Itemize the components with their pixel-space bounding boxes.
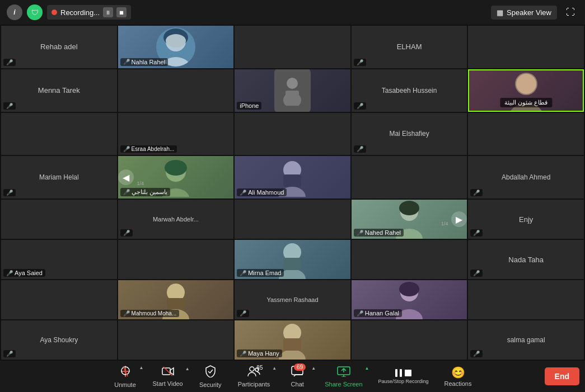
participant-name: Menna Tarek: [38, 86, 80, 95]
mic-off-icon: 🎤: [6, 103, 13, 109]
cell-name-hanan: 🎤 Hanan Galal: [354, 309, 402, 317]
cell-name-aya-saied: 🎤 Aya Saied: [3, 269, 45, 277]
video-cell-empty-39: [352, 320, 467, 360]
chat-badge: 69: [294, 363, 306, 371]
svg-point-12: [165, 160, 187, 176]
iphone-placeholder: [274, 69, 311, 112]
arabic-text-overlay: قطاع شئون البيئة: [500, 98, 552, 107]
video-caret[interactable]: ▲: [185, 366, 190, 371]
svg-rect-24: [167, 298, 185, 309]
stop-icon: [404, 369, 412, 377]
recording-indicator[interactable]: Recording... ⏸ ⏹: [47, 5, 131, 20]
participant-name: Mariam Helal: [39, 173, 79, 181]
mic-off-icon: 🎤: [6, 270, 13, 276]
video-cell-yassmen: Yassmen Rashaad 🎤: [235, 280, 350, 319]
video-cell-empty-23: [235, 200, 350, 239]
mic-off-icon: 🎤: [123, 230, 130, 236]
video-cell-empty-3: [235, 26, 350, 68]
person-icon: [281, 75, 303, 106]
mic-off-icon: 🎤: [240, 351, 246, 357]
top-bar-left: i 🛡 Recording... ⏸ ⏹: [7, 4, 485, 20]
fullscreen-btn[interactable]: ⛶: [563, 4, 578, 20]
cell-name-label: 🎤: [3, 59, 16, 66]
participant-name: Rehab adel: [40, 42, 78, 51]
stop-recording-btn[interactable]: ⏹: [116, 7, 127, 17]
speaker-view-icon: ▦: [497, 8, 503, 17]
video-cell-empty-37: [118, 320, 234, 360]
chat-caret[interactable]: ▲: [311, 366, 316, 371]
video-cell-empty-19: [352, 156, 467, 199]
video-cell-maya: 🎤 Maya Hany: [235, 320, 350, 360]
svg-point-9: [516, 74, 536, 94]
unmute-label: Unmute: [114, 381, 136, 388]
mic-off-icon: 🎤: [123, 310, 130, 317]
cell-name-elham: 🎤: [354, 59, 366, 66]
chat-label: Chat: [291, 381, 304, 388]
screen-share-icon: [337, 366, 350, 377]
participant-name: Enjy: [519, 215, 533, 224]
video-cell-empty-35: [468, 280, 584, 319]
nav-prev-btn[interactable]: ◀: [118, 169, 134, 185]
bottom-toolbar: Unmute ▲ Start Video ▲ Security: [0, 361, 585, 392]
shield-icon[interactable]: 🛡: [27, 4, 43, 20]
video-cell-mai: Mai Elshafiey 🎤: [352, 113, 467, 155]
pause-recording-btn[interactable]: ⏸: [103, 7, 113, 17]
svg-point-29: [279, 350, 306, 360]
participant-name: Yassmen Rashaad: [266, 296, 318, 303]
video-cell-nahed: 1/4 ▶ 🎤 Nahed Rahel: [352, 200, 467, 239]
video-cell-marwah: Marwah Abdelr... 🎤: [118, 200, 234, 239]
security-label: Security: [199, 381, 222, 388]
participants-btn[interactable]: 85 Participants ▲: [230, 363, 278, 390]
share-caret[interactable]: ▲: [365, 366, 369, 371]
video-cell-iphone: iPhone: [235, 69, 350, 112]
info-icon[interactable]: i: [7, 4, 22, 20]
video-cell-aya-shoukry: Aya Shoukry 🎤: [1, 320, 117, 360]
chat-btn[interactable]: 69 Chat ▲: [278, 363, 317, 390]
mic-off-icon: 🎤: [473, 230, 480, 236]
security-btn[interactable]: Security: [191, 363, 230, 390]
speaker-view-btn[interactable]: ▦ Speaker View: [491, 6, 557, 20]
share-screen-btn[interactable]: Share Screen ▲: [317, 363, 370, 390]
participant-name: Marwah Abdelr...: [153, 216, 199, 223]
nav-next-btn[interactable]: ▶: [451, 211, 467, 227]
cell-name-marwah: 🎤: [120, 229, 133, 237]
participants-caret[interactable]: ▲: [272, 366, 277, 371]
svg-point-3: [166, 34, 186, 48]
cell-name-mahmoud: 🎤 Mahmoud Moha...: [120, 310, 180, 317]
participants-label: Participants: [238, 381, 270, 388]
mic-off-icon: 🎤: [357, 146, 363, 152]
cell-name-mirna: 🎤 Mirna Emad: [237, 269, 284, 277]
video-cell-esraa: 🎤 Esraa Abdelrah...: [118, 113, 234, 155]
end-meeting-btn[interactable]: End: [545, 367, 579, 385]
cell-name-yassmen: 🎤: [237, 310, 249, 317]
name-text: Mirna Emad: [248, 270, 281, 276]
svg-rect-35: [162, 368, 170, 375]
start-video-btn[interactable]: Start Video ▲: [145, 364, 191, 389]
cell-name-enjy: 🎤: [470, 229, 483, 237]
mic-off-icon: 🎤: [240, 270, 246, 276]
svg-point-4: [287, 78, 298, 89]
video-cell-ali: 🎤 Ali Mahmoud: [235, 156, 350, 199]
mic-off-icon: 🎤: [357, 230, 363, 236]
recording-label: Recording...: [60, 8, 100, 17]
pause-recording-btn[interactable]: Pause/Stop Recording: [371, 366, 437, 386]
mic-off-icon: 🎤: [6, 59, 13, 65]
cell-name-mariam: 🎤: [3, 189, 16, 196]
reactions-btn[interactable]: 😊 Reactions: [437, 363, 480, 389]
emoji-icon: 😊: [451, 366, 465, 379]
pause-icon: [395, 369, 403, 377]
reactions-label: Reactions: [444, 380, 472, 387]
mic-off-icon: 🎤: [357, 103, 363, 109]
svg-rect-43: [405, 370, 411, 376]
video-cell-active-speaker: قطاع شئون البيئة: [468, 69, 584, 112]
unmute-caret[interactable]: ▲: [139, 365, 144, 370]
unmute-btn[interactable]: Unmute ▲: [106, 363, 145, 390]
page-indicator-left: 1/4: [137, 181, 144, 186]
video-cell-nada: Nada Taha 🎤: [468, 240, 584, 279]
mic-off-icon: 🎤: [6, 190, 13, 196]
video-cell-empty-11: [1, 113, 117, 155]
svg-rect-30: [283, 338, 301, 351]
svg-point-37: [250, 367, 254, 371]
svg-point-18: [399, 201, 419, 215]
video-camera-icon: [162, 366, 174, 376]
